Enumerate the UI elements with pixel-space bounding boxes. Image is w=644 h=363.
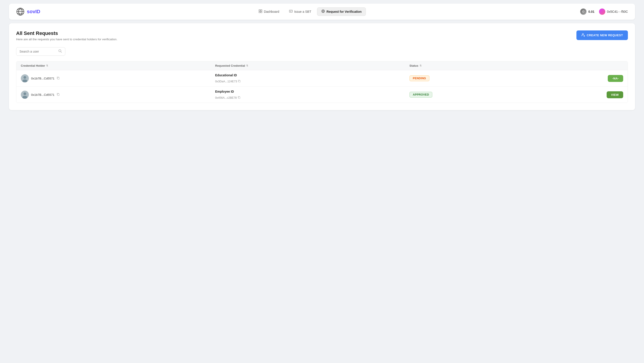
view-button-1[interactable]: VIEW xyxy=(607,91,623,98)
page-title-area: All Sent Requests Here are all the reque… xyxy=(16,30,118,41)
th-credential-holder: Credential Holder ⇅ xyxy=(21,64,215,67)
na-button-1[interactable]: -NA- xyxy=(608,75,623,82)
create-new-request-button[interactable]: CREATE NEW REQUEST xyxy=(576,30,628,40)
table-row: 0x1b7B...Cd5571 Employee ID 0x456A...c2B… xyxy=(16,86,628,103)
cell-holder-2: 0x1b7B...Cd5571 xyxy=(21,91,215,99)
svg-point-16 xyxy=(583,11,584,12)
svg-rect-25 xyxy=(58,78,59,79)
svg-rect-7 xyxy=(259,12,260,13)
search-wrap xyxy=(16,47,628,56)
svg-point-13 xyxy=(322,10,324,12)
search-input[interactable] xyxy=(20,50,56,53)
credential-address-2: 0x456A...c2BE78 xyxy=(215,96,240,100)
cell-credential-2: Employee ID 0x456A...c2BE78 xyxy=(215,90,409,100)
logo-icon xyxy=(16,8,24,16)
cell-holder-1: 0x1b7B...Cd5571 xyxy=(21,74,215,82)
nav-request-verification[interactable]: Request for Verification xyxy=(317,8,366,16)
nav-dashboard[interactable]: Dashboard xyxy=(255,8,283,16)
credential-name-2: Employee ID xyxy=(215,90,234,93)
avatar-1 xyxy=(21,74,29,82)
search-box[interactable] xyxy=(16,47,65,56)
holder-address-1: 0x1b7B...Cd5571 xyxy=(31,77,54,80)
logo-text: sovID xyxy=(27,9,40,14)
dashboard-icon xyxy=(259,10,262,14)
copy-icon-2[interactable] xyxy=(56,93,60,97)
wallet-avatar xyxy=(599,8,605,15)
cell-status-2: APPROVED xyxy=(410,92,526,98)
svg-rect-5 xyxy=(259,10,260,11)
credential-name-1: Educational ID xyxy=(215,74,237,77)
credential-address-1: 0x3DaA...124E73 xyxy=(215,80,241,83)
cell-credential-1: Educational ID 0x3DaA...124E73 xyxy=(215,74,409,83)
logo: sovID xyxy=(16,8,40,16)
svg-rect-26 xyxy=(239,80,240,82)
svg-rect-31 xyxy=(238,97,240,98)
sort-icon-status[interactable]: ⇅ xyxy=(420,64,422,67)
cell-action-2: VIEW xyxy=(526,91,623,98)
copy-icon-cred-1[interactable] xyxy=(238,80,241,83)
avatar-2 xyxy=(21,91,29,99)
table-header: Credential Holder ⇅ Requested Credential… xyxy=(16,61,628,70)
svg-rect-9 xyxy=(289,10,292,12)
page-header: All Sent Requests Here are all the reque… xyxy=(16,30,628,41)
holder-address-2: 0x1b7B...Cd5571 xyxy=(31,93,54,96)
page-subtitle: Here are all the requests you have sent … xyxy=(16,38,118,41)
th-requested-credential: Requested Credential ⇅ xyxy=(215,64,409,67)
sort-icon-credential[interactable]: ⇅ xyxy=(246,64,248,67)
wallet-address[interactable]: 0x5C41····f50C xyxy=(599,8,628,15)
navigation: Dashboard Issue a SBT Request for Verifi… xyxy=(255,8,366,16)
th-action xyxy=(526,64,623,67)
add-user-icon xyxy=(581,33,585,37)
table-row: 0x1b7B...Cd5571 Educational ID 0x3DaA...… xyxy=(16,70,628,86)
requests-table: Credential Holder ⇅ Requested Credential… xyxy=(16,61,628,103)
copy-icon-cred-2[interactable] xyxy=(238,96,240,100)
cell-action-1: -NA- xyxy=(526,75,623,82)
main-content: All Sent Requests Here are all the reque… xyxy=(9,23,635,110)
wallet-area: 0.01 0x5C41····f50C xyxy=(580,8,628,15)
svg-rect-8 xyxy=(261,12,262,13)
page-title: All Sent Requests xyxy=(16,30,118,36)
th-status: Status ⇅ xyxy=(410,64,526,67)
balance-badge: 0.01 xyxy=(580,8,594,15)
status-badge-2: APPROVED xyxy=(410,92,432,98)
svg-point-23 xyxy=(24,76,26,79)
issue-sbt-icon xyxy=(289,10,293,14)
svg-line-21 xyxy=(61,52,62,52)
search-icon xyxy=(58,49,62,54)
svg-rect-30 xyxy=(58,94,59,96)
verify-icon xyxy=(321,10,325,14)
sort-icon-holder[interactable]: ⇅ xyxy=(46,64,48,67)
status-badge-1: PENDING xyxy=(410,76,430,81)
svg-rect-6 xyxy=(261,10,262,11)
header: sovID Dashboard Issue a SBT Request for … xyxy=(9,4,635,20)
token-icon xyxy=(580,8,586,15)
copy-icon-1[interactable] xyxy=(56,76,60,80)
cell-status-1: PENDING xyxy=(410,76,526,81)
svg-point-17 xyxy=(582,34,584,35)
nav-issue-sbt[interactable]: Issue a SBT xyxy=(285,8,315,16)
svg-point-28 xyxy=(24,92,26,95)
